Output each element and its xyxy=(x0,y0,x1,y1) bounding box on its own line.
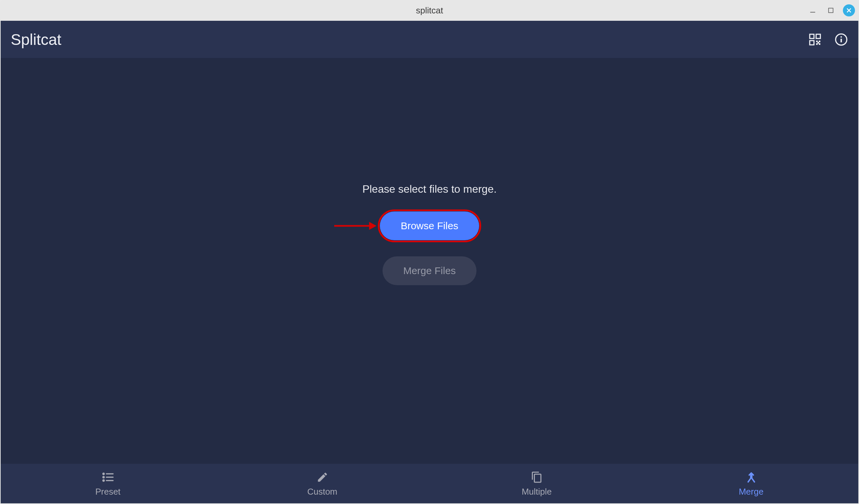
maximize-button[interactable] xyxy=(825,4,837,16)
list-icon xyxy=(101,471,115,484)
svg-point-21 xyxy=(103,480,104,481)
svg-rect-1 xyxy=(828,8,833,12)
svg-point-17 xyxy=(103,473,104,474)
nav-tab-merge[interactable]: Merge xyxy=(644,464,858,503)
window-title: splitcat xyxy=(416,5,443,16)
nav-label: Custom xyxy=(307,487,337,497)
nav-tab-multiple[interactable]: Multiple xyxy=(430,464,644,503)
minimize-button[interactable] xyxy=(807,4,819,16)
annotation-arrow-icon xyxy=(333,219,376,233)
browse-files-button[interactable]: Browse Files xyxy=(380,211,479,240)
nav-label: Multiple xyxy=(522,487,552,497)
app-body: Splitcat xyxy=(1,21,858,503)
close-icon xyxy=(846,7,852,14)
bottom-nav: Preset Custom Mult xyxy=(1,464,858,503)
minimize-icon xyxy=(809,7,816,14)
titlebar: splitcat xyxy=(0,0,859,21)
main-content: Please select files to merge. Browse Fil… xyxy=(1,31,858,437)
pencil-icon xyxy=(316,471,329,484)
nav-label: Merge xyxy=(739,487,764,497)
window-controls xyxy=(807,4,855,16)
browse-button-wrapper: Browse Files xyxy=(380,211,479,240)
maximize-icon xyxy=(827,7,834,14)
copy-icon xyxy=(530,471,544,484)
nav-tab-custom[interactable]: Custom xyxy=(215,464,430,503)
app-container: Splitcat xyxy=(0,21,859,504)
svg-marker-16 xyxy=(369,222,376,230)
window-frame: splitcat Splitcat xyxy=(0,0,859,504)
instruction-text: Please select files to merge. xyxy=(362,183,497,195)
nav-label: Preset xyxy=(95,487,120,497)
svg-point-19 xyxy=(103,476,104,478)
merge-icon xyxy=(744,471,758,484)
merge-files-button: Merge Files xyxy=(382,256,477,285)
nav-tab-preset[interactable]: Preset xyxy=(1,464,215,503)
close-button[interactable] xyxy=(843,4,855,16)
